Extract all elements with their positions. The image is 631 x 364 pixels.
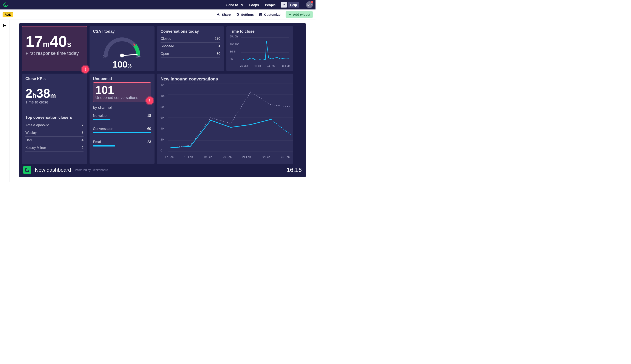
share-button[interactable]: Share (217, 13, 231, 16)
channel-row: No value18 (93, 114, 151, 123)
table-row: Closed270 (161, 35, 220, 42)
by-channel-label: by channel (93, 106, 151, 110)
gauge-labels: 0% 100% (103, 55, 141, 58)
kpi-hours-unit: h (32, 92, 36, 99)
csat-title: CSAT today (93, 29, 151, 34)
kpi-min-unit: m (50, 92, 56, 99)
settings-label: Settings (241, 13, 254, 16)
ttc-line-chart (230, 36, 289, 62)
frt-label: First response time today (26, 50, 83, 56)
sidebar-expand-icon[interactable] (3, 24, 7, 182)
share-icon (217, 13, 220, 16)
widget-unopened[interactable]: Unopened 101 Unopened conversations ! by… (90, 74, 155, 164)
csat-gauge: 0% 100% 100% (93, 35, 151, 70)
kpi-minutes: 38 (36, 86, 50, 100)
table-row: Wesley5 (26, 129, 84, 136)
frt-min-unit: m (43, 40, 50, 48)
axis-tick: 22 Feb (262, 155, 270, 158)
channel-row: Email23 (93, 140, 151, 149)
settings-button[interactable]: Settings (236, 13, 254, 16)
nav-people[interactable]: People (264, 1, 276, 8)
alert-icon: ! (146, 97, 154, 104)
unopened-alert-card: 101 Unopened conversations ! (93, 82, 151, 102)
gauge-min: 0 (103, 55, 104, 58)
axis-tick: 23 Feb (281, 155, 289, 158)
nav-loops[interactable]: Loops (248, 1, 260, 8)
kpi-label: Time to close (26, 100, 84, 104)
gauge-max-pct: % (140, 56, 141, 58)
unopened-title: Unopened (93, 76, 151, 81)
add-widget-label: Add widget (293, 13, 310, 16)
table-row: Snoozed61 (161, 42, 220, 50)
axis-tick: 28 Jan (240, 64, 248, 67)
svg-point-10 (243, 59, 244, 60)
geckoboard-logo-icon[interactable] (3, 2, 9, 8)
svg-rect-1 (260, 14, 260, 14)
axis-tick: 100 (161, 94, 167, 98)
dashboard-badge[interactable]: ROD (3, 12, 13, 17)
expand-right-icon (3, 24, 7, 28)
ttc-chart: 25d 0h16d 16h8d 8h0h 28 Jan4 Feb11 Feb18… (230, 35, 290, 67)
logo-spiral-icon (3, 2, 9, 8)
widget-inbound-conversations[interactable]: New inbound conversations 12010080604020… (157, 74, 293, 164)
widget-time-to-close[interactable]: Time to close 25d 0h16d 16h8d 8h0h 28 Ja… (226, 26, 293, 71)
inbound-y-axis: 120100806040200 (161, 83, 167, 152)
inbound-chart: 120100806040200 17 Feb18 Feb19 Feb20 Feb (161, 83, 290, 158)
table-row: Kelsey Milner2 (26, 144, 84, 152)
unopened-value: 101 (95, 84, 149, 96)
help-button[interactable]: Help (288, 2, 299, 8)
footer-title: New dashboard (35, 167, 71, 173)
alert-icon: ! (82, 66, 89, 73)
axis-tick: 20 Feb (223, 155, 232, 158)
csat-unit: % (127, 63, 132, 69)
footer-clock: 16:16 (287, 166, 302, 174)
svg-rect-2 (261, 14, 262, 14)
frt-value: 17m40s (26, 34, 83, 49)
closers-list: Amela Ajanovic7Wesley5Hari4Kelsey Milner… (26, 122, 84, 152)
svg-rect-0 (259, 13, 262, 16)
widget-csat[interactable]: CSAT today 0% 100% 100 (90, 26, 155, 71)
csat-number: 100 (112, 60, 127, 70)
main-area: 17m40s First response time today ! CSAT … (0, 20, 316, 182)
customize-button[interactable]: Customize (259, 13, 280, 16)
widget-close-kpis[interactable]: Close KPIs 2h38m Time to close Top conve… (22, 74, 87, 164)
kpi-hours: 2 (26, 86, 32, 100)
axis-tick: 17 Feb (165, 155, 174, 158)
dashboard: 17m40s First response time today ! CSAT … (19, 23, 306, 177)
inbound-x-axis: 17 Feb18 Feb19 Feb20 Feb21 Feb22 Feb23 F… (165, 155, 290, 158)
frt-seconds: 40 (50, 33, 67, 50)
axis-tick: 80 (161, 105, 167, 108)
nav-send-to-tv[interactable]: Send to TV (226, 1, 244, 8)
gauge-icon (102, 35, 143, 58)
csat-value: 100% (112, 60, 132, 70)
canvas[interactable]: 17m40s First response time today ! CSAT … (10, 20, 316, 182)
axis-tick: 18 Feb (184, 155, 193, 158)
share-label: Share (222, 13, 231, 16)
user-avatar[interactable]: DP (306, 1, 313, 8)
ttc-x-axis: 28 Jan4 Feb11 Feb18 Feb (240, 64, 290, 67)
widget-conversations-today[interactable]: Conversations today Closed270Snoozed61Op… (157, 26, 224, 71)
frt-sec-unit: s (67, 40, 71, 48)
ttc-title: Time to close (230, 29, 290, 34)
conversations-list: Closed270Snoozed61Open30 (161, 35, 220, 58)
svg-rect-18 (23, 166, 31, 174)
help-question-button[interactable]: ? (281, 2, 287, 8)
add-widget-button[interactable]: Add widget (286, 12, 313, 18)
sidebar (0, 20, 10, 182)
table-row: Open30 (161, 50, 220, 58)
footer-logo-icon (23, 166, 31, 174)
plus-icon (288, 13, 292, 16)
customize-icon (259, 13, 262, 16)
axis-tick: 21 Feb (242, 155, 251, 158)
conversations-title: Conversations today (161, 29, 220, 34)
widget-first-response-time[interactable]: 17m40s First response time today ! (22, 26, 87, 71)
kpi-value: 2h38m (26, 87, 84, 100)
gauge-max: 100 (135, 55, 140, 58)
kpis-title: Close KPIs (26, 76, 84, 81)
axis-tick: 19 Feb (204, 155, 212, 158)
axis-tick: 60 (161, 116, 167, 119)
axis-tick: 120 (161, 83, 167, 86)
axis-tick: 0 (161, 149, 167, 152)
axis-tick: 11 Feb (267, 64, 275, 67)
frt-minutes: 17 (26, 33, 43, 50)
